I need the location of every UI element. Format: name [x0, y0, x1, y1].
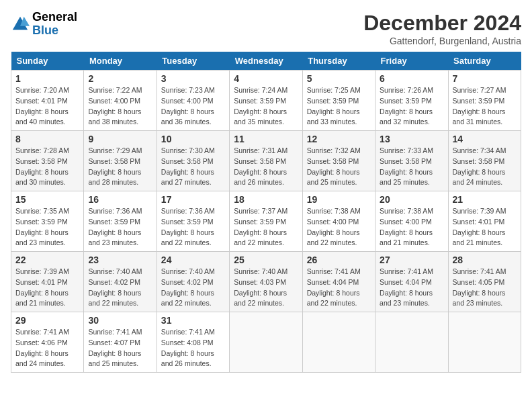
calendar-day-cell: 31 Sunrise: 7:41 AMSunset: 4:08 PMDaylig…	[157, 312, 229, 373]
day-info: Sunrise: 7:41 AMSunset: 4:07 PMDaylight:…	[88, 328, 142, 367]
calendar-day-cell: 8 Sunrise: 7:28 AMSunset: 3:58 PMDayligh…	[11, 131, 84, 191]
day-number: 18	[234, 194, 298, 205]
day-number: 6	[380, 73, 443, 84]
day-number: 14	[453, 134, 517, 144]
header-thursday: Thursday	[302, 52, 375, 71]
day-number: 5	[307, 73, 371, 84]
calendar-day-cell: 7 Sunrise: 7:27 AMSunset: 3:59 PMDayligh…	[448, 71, 521, 131]
empty-day-cell	[302, 312, 375, 373]
day-number: 24	[161, 255, 225, 265]
day-info: Sunrise: 7:34 AMSunset: 3:58 PMDaylight:…	[453, 146, 506, 186]
day-number: 7	[453, 73, 517, 84]
calendar-day-cell: 6 Sunrise: 7:26 AMSunset: 3:59 PMDayligh…	[375, 71, 448, 131]
header-sunday: Sunday	[11, 52, 84, 71]
day-info: Sunrise: 7:32 AMSunset: 3:58 PMDaylight:…	[307, 146, 361, 186]
calendar-day-cell: 24 Sunrise: 7:40 AMSunset: 4:02 PMDaylig…	[157, 252, 229, 312]
calendar-week-row: 15 Sunrise: 7:35 AMSunset: 3:59 PMDaylig…	[11, 191, 521, 252]
calendar-day-cell: 26 Sunrise: 7:41 AMSunset: 4:04 PMDaylig…	[302, 252, 375, 312]
calendar-day-cell: 14 Sunrise: 7:34 AMSunset: 3:58 PMDaylig…	[448, 131, 521, 191]
day-number: 19	[307, 194, 371, 205]
day-info: Sunrise: 7:40 AMSunset: 4:02 PMDaylight:…	[161, 267, 215, 307]
day-info: Sunrise: 7:40 AMSunset: 4:03 PMDaylight:…	[234, 267, 287, 307]
calendar-day-cell: 22 Sunrise: 7:39 AMSunset: 4:01 PMDaylig…	[11, 252, 84, 312]
month-title: December 2024	[363, 11, 521, 36]
day-number: 10	[161, 134, 225, 144]
empty-day-cell	[375, 312, 448, 373]
calendar-day-cell: 21 Sunrise: 7:39 AMSunset: 4:01 PMDaylig…	[448, 191, 521, 252]
day-info: Sunrise: 7:28 AMSunset: 3:58 PMDaylight:…	[15, 146, 69, 186]
day-number: 29	[15, 315, 79, 326]
day-info: Sunrise: 7:35 AMSunset: 3:59 PMDaylight:…	[15, 207, 69, 246]
calendar-day-cell: 27 Sunrise: 7:41 AMSunset: 4:04 PMDaylig…	[375, 252, 448, 312]
day-info: Sunrise: 7:41 AMSunset: 4:04 PMDaylight:…	[380, 267, 433, 307]
day-number: 2	[88, 73, 152, 84]
day-number: 9	[88, 134, 152, 144]
calendar-day-cell: 19 Sunrise: 7:38 AMSunset: 4:00 PMDaylig…	[302, 191, 375, 252]
calendar-day-cell: 1 Sunrise: 7:20 AMSunset: 4:01 PMDayligh…	[11, 71, 84, 131]
day-info: Sunrise: 7:27 AMSunset: 3:59 PMDaylight:…	[453, 86, 506, 126]
day-number: 16	[88, 194, 152, 205]
day-info: Sunrise: 7:38 AMSunset: 4:00 PMDaylight:…	[307, 207, 361, 246]
logo: General Blue	[11, 11, 77, 38]
day-number: 26	[307, 255, 371, 265]
calendar-day-cell: 12 Sunrise: 7:32 AMSunset: 3:58 PMDaylig…	[302, 131, 375, 191]
day-number: 30	[88, 315, 152, 326]
header-monday: Monday	[84, 52, 157, 71]
day-number: 15	[15, 194, 79, 205]
header-saturday: Saturday	[448, 52, 521, 71]
calendar-week-row: 8 Sunrise: 7:28 AMSunset: 3:58 PMDayligh…	[11, 131, 521, 191]
calendar-week-row: 29 Sunrise: 7:41 AMSunset: 4:06 PMDaylig…	[11, 312, 521, 373]
title-block: December 2024 Gattendorf, Burgenland, Au…	[363, 11, 521, 46]
calendar-day-cell: 13 Sunrise: 7:33 AMSunset: 3:58 PMDaylig…	[375, 131, 448, 191]
calendar-day-cell: 23 Sunrise: 7:40 AMSunset: 4:02 PMDaylig…	[84, 252, 157, 312]
day-info: Sunrise: 7:41 AMSunset: 4:06 PMDaylight:…	[15, 328, 69, 367]
day-info: Sunrise: 7:26 AMSunset: 3:59 PMDaylight:…	[380, 86, 433, 126]
day-number: 21	[453, 194, 517, 205]
calendar-day-cell: 4 Sunrise: 7:24 AMSunset: 3:59 PMDayligh…	[230, 71, 302, 131]
calendar-day-cell: 20 Sunrise: 7:38 AMSunset: 4:00 PMDaylig…	[375, 191, 448, 252]
header-friday: Friday	[375, 52, 448, 71]
header-tuesday: Tuesday	[157, 52, 229, 71]
day-info: Sunrise: 7:33 AMSunset: 3:58 PMDaylight:…	[380, 146, 433, 186]
day-number: 13	[380, 134, 443, 144]
day-info: Sunrise: 7:29 AMSunset: 3:58 PMDaylight:…	[88, 146, 142, 186]
calendar-day-cell: 17 Sunrise: 7:36 AMSunset: 3:59 PMDaylig…	[157, 191, 229, 252]
calendar-week-row: 1 Sunrise: 7:20 AMSunset: 4:01 PMDayligh…	[11, 71, 521, 131]
day-info: Sunrise: 7:22 AMSunset: 4:00 PMDaylight:…	[88, 86, 142, 126]
calendar-day-cell: 3 Sunrise: 7:23 AMSunset: 4:00 PMDayligh…	[157, 71, 229, 131]
day-number: 17	[161, 194, 225, 205]
calendar-day-cell: 9 Sunrise: 7:29 AMSunset: 3:58 PMDayligh…	[84, 131, 157, 191]
day-number: 3	[161, 73, 225, 84]
calendar-day-cell: 11 Sunrise: 7:31 AMSunset: 3:58 PMDaylig…	[230, 131, 302, 191]
calendar-day-cell: 2 Sunrise: 7:22 AMSunset: 4:00 PMDayligh…	[84, 71, 157, 131]
location-title: Gattendorf, Burgenland, Austria	[363, 36, 521, 46]
day-number: 8	[15, 134, 79, 144]
day-info: Sunrise: 7:41 AMSunset: 4:08 PMDaylight:…	[161, 328, 215, 367]
day-info: Sunrise: 7:38 AMSunset: 4:00 PMDaylight:…	[380, 207, 433, 246]
logo-text: General Blue	[32, 11, 77, 38]
calendar-day-cell: 15 Sunrise: 7:35 AMSunset: 3:59 PMDaylig…	[11, 191, 84, 252]
calendar-day-cell: 18 Sunrise: 7:37 AMSunset: 3:59 PMDaylig…	[230, 191, 302, 252]
logo-icon	[11, 15, 30, 34]
empty-day-cell	[448, 312, 521, 373]
day-number: 31	[161, 315, 225, 326]
calendar-day-cell: 29 Sunrise: 7:41 AMSunset: 4:06 PMDaylig…	[11, 312, 84, 373]
day-info: Sunrise: 7:39 AMSunset: 4:01 PMDaylight:…	[15, 267, 69, 307]
day-info: Sunrise: 7:25 AMSunset: 3:59 PMDaylight:…	[307, 86, 361, 126]
day-info: Sunrise: 7:41 AMSunset: 4:05 PMDaylight:…	[453, 267, 506, 307]
calendar-day-cell: 10 Sunrise: 7:30 AMSunset: 3:58 PMDaylig…	[157, 131, 229, 191]
day-info: Sunrise: 7:20 AMSunset: 4:01 PMDaylight:…	[15, 86, 69, 126]
day-info: Sunrise: 7:39 AMSunset: 4:01 PMDaylight:…	[453, 207, 506, 246]
day-info: Sunrise: 7:40 AMSunset: 4:02 PMDaylight:…	[88, 267, 142, 307]
day-info: Sunrise: 7:41 AMSunset: 4:04 PMDaylight:…	[307, 267, 361, 307]
empty-day-cell	[230, 312, 302, 373]
day-number: 23	[88, 255, 152, 265]
day-number: 22	[15, 255, 79, 265]
calendar-day-cell: 30 Sunrise: 7:41 AMSunset: 4:07 PMDaylig…	[84, 312, 157, 373]
day-info: Sunrise: 7:23 AMSunset: 4:00 PMDaylight:…	[161, 86, 215, 126]
day-info: Sunrise: 7:36 AMSunset: 3:59 PMDaylight:…	[88, 207, 142, 246]
day-number: 11	[234, 134, 298, 144]
calendar-week-row: 22 Sunrise: 7:39 AMSunset: 4:01 PMDaylig…	[11, 252, 521, 312]
day-number: 4	[234, 73, 298, 84]
calendar-day-cell: 25 Sunrise: 7:40 AMSunset: 4:03 PMDaylig…	[230, 252, 302, 312]
